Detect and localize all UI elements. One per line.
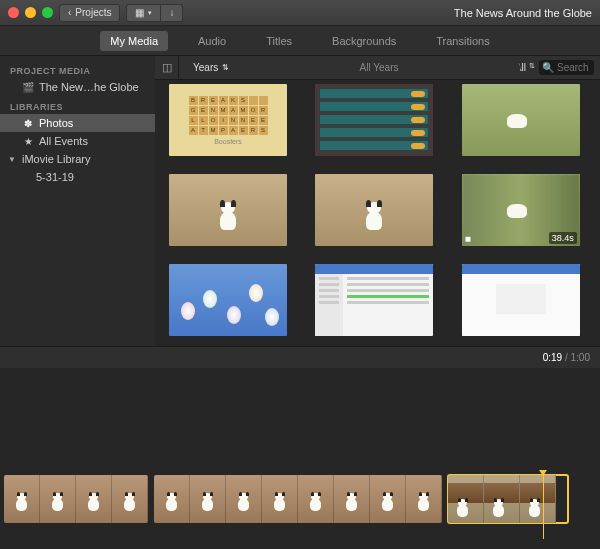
clip-2[interactable] bbox=[154, 475, 442, 523]
tab-titles[interactable]: Titles bbox=[256, 31, 302, 51]
clapboard-icon: 🎬 bbox=[22, 81, 34, 93]
tab-audio[interactable]: Audio bbox=[188, 31, 236, 51]
search-area: All ⇅ 🔍 bbox=[515, 60, 600, 75]
tab-backgrounds[interactable]: Backgrounds bbox=[322, 31, 406, 51]
dropdown-icon: ▾ bbox=[148, 9, 152, 17]
filter-bar: ◫ Years ⇅ All Years All ⇅ 🔍 bbox=[155, 56, 600, 80]
thumbnail-word-game[interactable]: BREAKS GENMAMOR LLOINNEE ATMPAERS Booste… bbox=[169, 84, 287, 156]
close-button[interactable] bbox=[8, 7, 19, 18]
clip-1[interactable] bbox=[4, 475, 148, 523]
star-icon: ★ bbox=[22, 135, 34, 147]
current-time: 0:19 bbox=[543, 352, 562, 363]
project-label: The New…he Globe bbox=[39, 81, 139, 93]
media-grid: BREAKS GENMAMOR LLOINNEE ATMPAERS Booste… bbox=[155, 80, 600, 346]
sidebar-item-all-events[interactable]: ★ All Events bbox=[0, 132, 155, 150]
thumbnail-grass-dog[interactable] bbox=[462, 84, 580, 156]
all-events-label: All Events bbox=[39, 135, 88, 147]
caption: Boosters bbox=[214, 138, 242, 145]
grid-icon: ▦ bbox=[135, 7, 144, 18]
thumbnail-eggs-sky[interactable] bbox=[169, 264, 287, 336]
sidebar-item-photos[interactable]: ✽ Photos bbox=[0, 114, 155, 132]
thumbnail-floor-dog-1[interactable] bbox=[169, 174, 287, 246]
tab-transitions[interactable]: Transitions bbox=[426, 31, 499, 51]
video-icon: ■ bbox=[465, 233, 471, 244]
search-icon: 🔍 bbox=[542, 62, 554, 73]
download-icon: ↓ bbox=[169, 7, 174, 18]
back-label: Projects bbox=[75, 7, 111, 18]
flower-icon: ✽ bbox=[22, 117, 34, 129]
import-button[interactable]: ↓ bbox=[161, 4, 183, 22]
chevron-down-icon: ⇅ bbox=[529, 62, 535, 73]
scope-label: All Years bbox=[360, 62, 399, 73]
playhead[interactable] bbox=[543, 475, 544, 539]
event-label: 5-31-19 bbox=[36, 171, 74, 183]
window-title: The News Around the Globe bbox=[454, 7, 592, 19]
grid-view-button[interactable]: ▦▾ bbox=[126, 4, 161, 22]
clip-3-selected[interactable] bbox=[448, 475, 568, 523]
panel-icon: ◫ bbox=[162, 61, 172, 74]
maximize-button[interactable] bbox=[42, 7, 53, 18]
project-media-header: PROJECT MEDIA bbox=[0, 60, 155, 78]
disclosure-triangle-icon[interactable]: ▼ bbox=[8, 155, 16, 164]
duration-badge: 38.4s bbox=[549, 232, 577, 244]
scope-breadcrumb[interactable]: All Years bbox=[243, 56, 515, 79]
libraries-header: LIBRARIES bbox=[0, 96, 155, 114]
media-tabs: My Media Audio Titles Backgrounds Transi… bbox=[0, 26, 600, 56]
search-wrap: 🔍 bbox=[539, 60, 594, 75]
minimize-button[interactable] bbox=[25, 7, 36, 18]
chevron-left-icon: ‹ bbox=[68, 7, 71, 18]
thumbnail-floor-dog-2[interactable] bbox=[315, 174, 433, 246]
timeline-track bbox=[0, 475, 600, 531]
tile-grid: BREAKS GENMAMOR LLOINNEE ATMPAERS bbox=[189, 96, 268, 135]
sidebar-toggle-button[interactable]: ◫ bbox=[155, 56, 179, 79]
sidebar-item-event-date[interactable]: 5-31-19 bbox=[0, 168, 155, 186]
thumbnail-settings-app-2[interactable] bbox=[462, 264, 580, 336]
library-label: iMovie Library bbox=[22, 153, 90, 165]
window-controls bbox=[8, 7, 53, 18]
back-projects-button[interactable]: ‹ Projects bbox=[59, 4, 120, 22]
sort-icon: ⇅ bbox=[222, 63, 229, 72]
thumbnail-settings-app-1[interactable] bbox=[315, 264, 433, 336]
sidebar-item-imovie-library[interactable]: ▼ iMovie Library bbox=[0, 150, 155, 168]
time-indicator: 0:19 / 1:00 bbox=[0, 346, 600, 368]
group-by-label: Years bbox=[193, 62, 218, 73]
sidebar: PROJECT MEDIA 🎬 The New…he Globe LIBRARI… bbox=[0, 56, 155, 346]
group-by-selector[interactable]: Years ⇅ bbox=[179, 56, 243, 79]
thumbnail-blur-video[interactable]: ■ 38.4s bbox=[462, 174, 580, 246]
tab-my-media[interactable]: My Media bbox=[100, 31, 168, 51]
view-mode-group: ▦▾ ↓ bbox=[126, 4, 183, 22]
content-area: ◫ Years ⇅ All Years All ⇅ 🔍 bbox=[155, 56, 600, 346]
photos-label: Photos bbox=[39, 117, 73, 129]
total-time: / 1:00 bbox=[562, 352, 590, 363]
thumbnail-game-menu[interactable] bbox=[315, 84, 433, 156]
timeline[interactable] bbox=[0, 368, 600, 549]
main-area: PROJECT MEDIA 🎬 The New…he Globe LIBRARI… bbox=[0, 56, 600, 346]
titlebar: ‹ Projects ▦▾ ↓ The News Around the Glob… bbox=[0, 0, 600, 26]
sidebar-item-project[interactable]: 🎬 The New…he Globe bbox=[0, 78, 155, 96]
